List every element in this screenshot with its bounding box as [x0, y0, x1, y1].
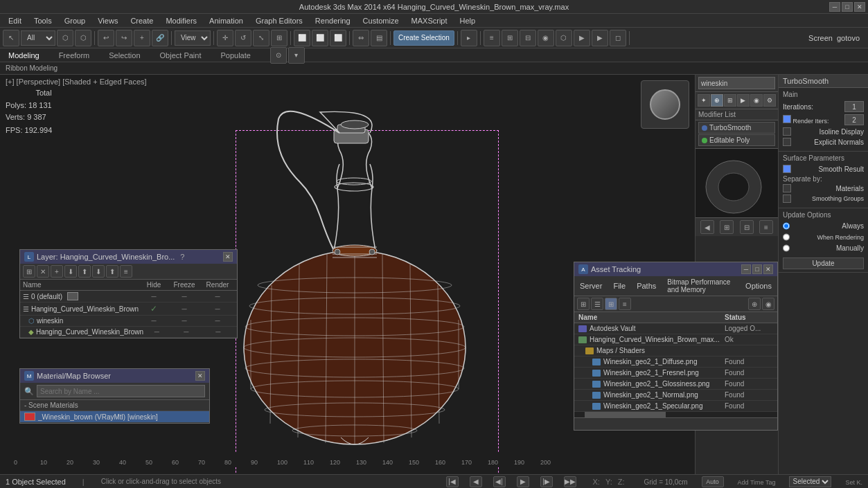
play-btn-2[interactable]: ◀	[470, 476, 482, 487]
play-btn-1[interactable]: |◀	[446, 476, 459, 487]
play-btn-6[interactable]: ▶▶	[564, 476, 576, 487]
at-row-maps[interactable]: Maps / Shaders	[574, 345, 777, 356]
tb-layers[interactable]: ≡	[484, 30, 500, 46]
mode-btn2[interactable]: ▾	[288, 47, 305, 64]
play-btn-3[interactable]: ◀|	[493, 476, 506, 487]
material-item-wineskin[interactable]: _Wineskin_brown (VRayMtl) [wineskin]	[20, 411, 209, 423]
tb-mirror[interactable]: ⇔	[353, 30, 369, 46]
at-row-specular[interactable]: Wineskin_geo2_1_Specular.png Found	[574, 401, 777, 412]
tb-scale[interactable]: ⤡	[253, 30, 269, 46]
ts-update-button[interactable]: Update	[783, 257, 864, 269]
panel-btn-1[interactable]: ◀	[700, 220, 714, 234]
minimize-button[interactable]: ─	[829, 2, 840, 12]
panel-btn-2[interactable]: ⊞	[720, 220, 734, 234]
view-dropdown[interactable]: View	[175, 30, 211, 46]
mode-freeform[interactable]: Freeform	[53, 50, 96, 61]
menu-group[interactable]: Group	[59, 15, 91, 26]
panel-btn-3[interactable]: ⊟	[740, 220, 754, 234]
material-search-input[interactable]	[37, 385, 205, 397]
motion-icon[interactable]: ▶	[737, 94, 750, 107]
layer-name-hanging2[interactable]: ◆ Hanging_Curved_Wineskin_Brown	[28, 328, 143, 336]
layer-name-wineskin[interactable]: ⬡ wineskin	[28, 317, 140, 325]
at-close[interactable]: ✕	[763, 264, 773, 274]
layer-row-hanging2[interactable]: ◆ Hanging_Curved_Wineskin_Brown ─ ─ ─	[20, 327, 237, 338]
layer-tb-6[interactable]: ⬇	[92, 265, 105, 278]
mode-object-paint[interactable]: Object Paint	[154, 50, 207, 61]
tb-b2[interactable]: ⬜	[312, 30, 328, 46]
tb-redo[interactable]: ↪	[116, 30, 132, 46]
close-button[interactable]: ✕	[854, 2, 865, 12]
at-minimize[interactable]: ─	[741, 264, 751, 274]
layer-tb-8[interactable]: ≡	[120, 265, 132, 278]
tb-undo[interactable]: ↩	[98, 30, 114, 46]
ts-iterations-input[interactable]	[844, 101, 864, 112]
menu-help[interactable]: Help	[454, 15, 481, 26]
tb-select1[interactable]: ⬡	[57, 30, 73, 46]
at-menu-paths[interactable]: Paths	[634, 281, 659, 291]
at-tb-3[interactable]: ⊞	[605, 298, 617, 310]
mode-btn1[interactable]: ⊙	[270, 47, 287, 64]
layer-row-hanging[interactable]: ☰ Hanging_Curved_Wineskin_Brown ✓ ─ ─	[20, 302, 237, 316]
layer-tb-4[interactable]: ⬇	[64, 265, 77, 278]
at-maximize[interactable]: □	[752, 264, 762, 274]
at-scrollbar[interactable]	[574, 412, 777, 417]
layer-color-swatch-0[interactable]	[67, 292, 78, 300]
at-row-normal[interactable]: Wineskin_geo2_1_Normal.png Found	[574, 390, 777, 401]
add-time-tag[interactable]: Add Time Tag	[738, 479, 776, 486]
tb-align[interactable]: ▤	[371, 30, 387, 46]
tb-rotate[interactable]: ↺	[235, 30, 251, 46]
tb-render1[interactable]: ▶	[574, 30, 590, 46]
layer-tb-7[interactable]: ⬆	[106, 265, 118, 278]
ts-isoline-checkbox[interactable]	[783, 127, 791, 136]
at-menu-options[interactable]: Options	[743, 281, 774, 291]
at-scrollbar-thumb[interactable]	[585, 412, 666, 417]
tb-b3[interactable]: ⬜	[330, 30, 346, 46]
menu-rendering[interactable]: Rendering	[310, 15, 356, 26]
mode-modeling[interactable]: Modeling	[3, 50, 45, 61]
at-row-diffuse[interactable]: Wineskin_geo2_1_Diffuse.png Found	[574, 356, 777, 368]
layer-row-default[interactable]: ☰ 0 (default) ─ ─ ─	[20, 291, 237, 302]
ts-always-radio[interactable]	[783, 222, 790, 231]
tb-named-sel[interactable]: ▸	[461, 30, 477, 46]
tb-render2[interactable]: ▶	[592, 30, 608, 46]
window-controls[interactable]: ─ □ ✕	[829, 2, 865, 12]
tb-select3[interactable]: +	[134, 30, 150, 46]
ts-sg-checkbox[interactable]	[783, 195, 791, 203]
menu-customize[interactable]: Customize	[357, 15, 405, 26]
set-k-btn[interactable]: Set K.	[845, 478, 862, 486]
material-browser-close[interactable]: ✕	[195, 371, 205, 381]
layer-name-hanging[interactable]: ☰ Hanging_Curved_Wineskin_Brown	[23, 305, 140, 313]
modifier-editable-poly[interactable]: Editable Poly	[698, 134, 775, 146]
ts-render-iters-input[interactable]	[844, 114, 864, 125]
at-row-vault[interactable]: Autodesk Vault Logged O...	[574, 323, 777, 334]
tb-ref[interactable]: ⊞	[271, 30, 287, 46]
modifier-turbosmooth[interactable]: TurboSmooth	[698, 122, 775, 134]
utility-icon[interactable]: ⚙	[763, 94, 776, 107]
menu-views[interactable]: Views	[92, 15, 123, 26]
ts-manually-radio[interactable]	[783, 244, 790, 253]
layer-tb-3[interactable]: +	[51, 265, 63, 278]
layer-row-wineskin[interactable]: ⬡ wineskin ─ ─ ─	[20, 316, 237, 327]
layer-dialog-question[interactable]: ?	[180, 253, 184, 261]
ts-when-rendering-radio[interactable]	[783, 233, 790, 242]
at-tb-4[interactable]: ≡	[619, 298, 631, 310]
ts-smooth-checkbox[interactable]	[783, 165, 791, 173]
at-tb-5[interactable]: ⊕	[748, 298, 761, 310]
mode-selection[interactable]: Selection	[103, 50, 145, 61]
at-row-file[interactable]: Hanging_Curved_Wineskin_Brown_max... Ok	[574, 334, 777, 345]
modify-icon[interactable]: ⊕	[711, 94, 723, 107]
create-icon[interactable]: ✦	[698, 94, 710, 107]
at-tb-1[interactable]: ⊞	[577, 298, 590, 310]
hierarchy-icon[interactable]: ⊞	[724, 94, 736, 107]
menu-tools[interactable]: Tools	[28, 15, 57, 26]
layer-name-default[interactable]: ☰ 0 (default)	[23, 292, 140, 300]
menu-create[interactable]: Create	[125, 15, 159, 26]
tb-mat-editor[interactable]: ◉	[538, 30, 554, 46]
menu-maxscript[interactable]: MAXScript	[406, 15, 453, 26]
play-btn-5[interactable]: |▶	[540, 476, 553, 487]
menu-edit[interactable]: Edit	[3, 15, 27, 26]
layer-tb-1[interactable]: ⊞	[23, 265, 35, 278]
at-row-glossiness[interactable]: Wineskin_geo2_1_Glossiness.png Found	[574, 379, 777, 390]
at-row-fresnel[interactable]: Wineskin_geo2_1_Fresnel.png Found	[574, 368, 777, 379]
at-menu-server[interactable]: Server	[577, 281, 605, 291]
